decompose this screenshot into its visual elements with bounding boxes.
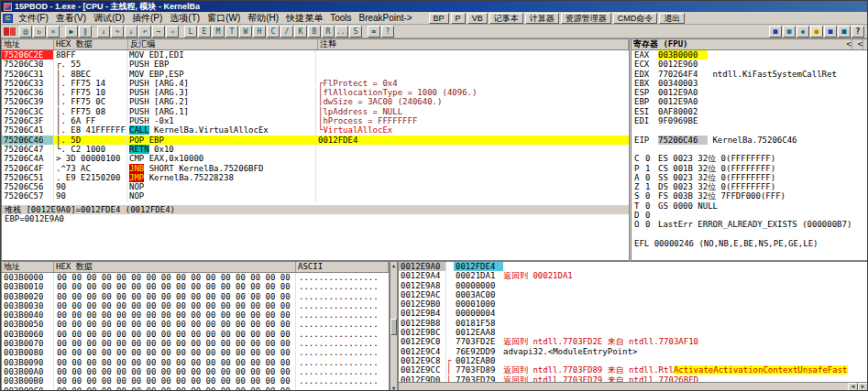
column-header-address[interactable]: 地址 [2,39,54,49]
menu-quick-button[interactable]: VB [467,13,488,24]
disasm-row[interactable]: 75206C4A> 3D 00000100CMP EAX,0x10000 [2,154,629,163]
dump-row[interactable]: 003B00C000 00 00 00 00 00 00 00 00 00 00… [2,386,389,391]
dump-header-hex[interactable]: HEX 数据 [54,262,296,272]
menu-item[interactable]: BreakPoint-> [356,12,416,24]
toolbar-button[interactable]: ? [381,26,394,38]
toolbar-button[interactable]: ▶ [65,26,78,38]
flag-row[interactable]: S0FS 003B 32位 7FFDF000(FFF) [632,191,868,201]
scroll-down-icon[interactable]: ▼ [392,385,396,391]
column-header-disasm[interactable]: 反汇编 [128,39,318,49]
stack-row[interactable]: 0012E9B000001000 [399,299,868,309]
register-row[interactable]: EDI9F0969BE [632,116,868,125]
menu-item[interactable]: 帮助(H) [244,12,282,24]
disasm-row[interactable]: 75206C30┌. 55PUSH EBP [2,60,629,69]
stack-row[interactable]: 0012E9A400021DA1返回到 00021DA1 [399,271,868,280]
disasm-row[interactable]: 75206C46│. 5DPOP EBP0012FDE4 [2,136,629,145]
toolbar-button[interactable]: H [253,26,266,38]
toolbar-button[interactable]: ✕ [47,26,60,38]
dump-row[interactable]: 003B004000 00 00 00 00 00 00 00 00 00 00… [2,310,389,320]
menu-quick-button[interactable]: P [451,13,466,24]
dump-vertical-scrollbar[interactable]: ▲ ▼ [390,261,398,391]
disasm-row[interactable]: 75206C51. E9 E2150200JMP KernelBa.752282… [2,173,629,182]
flag-row[interactable]: Z1DS 0023 32位 0(FFFFFFFF) [632,182,868,191]
toolbar-plugin-button[interactable]: ◆ [797,26,809,38]
disasm-row[interactable]: 75206C2E8BFFMOV EDI,EDI [2,50,629,60]
stack-row[interactable]: 0012E9A00012FDE4 [399,262,868,271]
menu-item[interactable]: Tools [326,12,355,24]
disasm-row[interactable]: 75206C39│. FF75 0CPUSH [ARG.2]│dwSize = … [2,97,629,106]
register-row[interactable]: EIP75206C46 KernelBa.75206C46 [632,136,868,145]
toolbar-button[interactable]: ↓ [125,26,137,38]
toolbar-button[interactable]: ▤ [19,26,32,38]
register-row[interactable]: ESP0012E9A0 [632,88,868,97]
dump-row[interactable]: 003B000000 00 00 00 00 00 00 00 00 00 00… [2,273,389,282]
register-row[interactable]: ESI0AF80002 [632,107,868,116]
toolbar-button[interactable]: ∥ [79,26,92,38]
toolbar-button[interactable]: ↓ [97,26,110,38]
disasm-row[interactable]: 75206C3F│. 6A FFPUSH -0x1│hProcess = FFF… [2,116,629,125]
toolbar-button[interactable]: ↷ [111,26,124,38]
toolbar-plugin-button[interactable]: ■ [838,26,851,38]
menu-quick-button[interactable]: 记事本 [489,13,523,24]
toolbar-button[interactable]: W [239,26,252,38]
flag-row[interactable]: C0ES 0023 32位 0(FFFFFFFF) [632,154,868,163]
stack-row[interactable]: 0012E9C476E92DD9advapi32.<ModuleEntryPoi… [399,347,868,356]
toolbar-button[interactable]: E [198,26,211,38]
toolbar-button[interactable]: ... [335,26,348,38]
toolbar-button[interactable]: / [280,26,293,38]
toolbar-button[interactable]: S [349,26,362,38]
flag-row[interactable]: P1CS 001B 32位 0(FFFFFFFF) [632,164,868,173]
menu-item[interactable]: 快捷菜单 [282,12,326,24]
flag-row[interactable]: A0SS 0023 32位 0(FFFFFFFF) [632,173,868,182]
toolbar-plugin-button[interactable]: ● [810,26,823,38]
disasm-row[interactable]: 75206C33│. FF75 14PUSH [ARG.4]┌FlProtect… [2,79,629,88]
menu-item[interactable]: 查看(V) [52,12,90,24]
stack-row[interactable]: 0012E9C07703FD2E返回到 ntdll.7703FD2E 来自 nt… [399,337,868,346]
menu-quick-button[interactable]: 资源管理器 [561,13,611,24]
dump-row[interactable]: 003B007000 00 00 00 00 00 00 00 00 00 00… [2,339,389,348]
dump-row[interactable]: 003B00B000 00 00 00 00 00 00 00 00 00 00… [2,376,389,386]
scroll-thumb[interactable] [390,319,397,335]
stack-row[interactable]: 0012E9AC0003AC00 [399,290,868,299]
toolbar-button[interactable]: ↻ [33,26,46,38]
scroll-left-icon[interactable]: ◄ [848,383,858,391]
collapse-left-icon[interactable]: < [844,39,852,49]
toolbar-button[interactable]: M [212,26,225,38]
toolbar-button[interactable]: C [267,26,280,38]
menu-item[interactable]: 调试(D) [90,12,128,24]
disasm-row[interactable]: 75206C3C│. FF75 08PUSH [ARG.1]│lpAddress… [2,107,629,116]
toolbar-button[interactable]: ↶ [138,26,151,38]
toolbar-button[interactable]: K [294,26,307,38]
toolbar-button[interactable]: → [152,26,165,38]
flag-row[interactable]: D0 [632,211,868,220]
toolbar-button[interactable]: B [308,26,321,38]
register-row[interactable]: ECX0012E960 [632,60,868,69]
scroll-right-icon[interactable]: ► [858,383,868,391]
stack-row[interactable]: 0012E9C8┌0012EAB0 [399,356,868,365]
disasm-row[interactable]: 75206C5790NOP [2,191,629,201]
menu-item[interactable]: 文件(F) [15,12,52,24]
dump-row[interactable]: 003B008000 00 00 00 00 00 00 00 00 00 00… [2,348,389,357]
disasm-row[interactable]: 75206C41│. E8 41FFFFFFCALL KernelBa.Virt… [2,125,629,135]
disasm-row[interactable]: 75206C5690NOP [2,182,629,191]
dump-header-ascii[interactable]: ASCII [296,262,389,272]
stack-row[interactable]: 0012E9B400000004 [399,309,868,318]
menu-item[interactable]: 窗口(W) [203,12,244,24]
column-header-comment[interactable]: 注释 [318,39,629,49]
menu-quick-button[interactable]: CMD命令 [613,13,658,24]
register-row[interactable]: EDX770264F4 ntdll.KiFastSystemCallRet [632,70,868,79]
dump-row[interactable]: 003B002000 00 00 00 00 00 00 00 00 00 00… [2,292,389,301]
toolbar-button[interactable]: R [322,26,335,38]
dump-row[interactable]: 003B009000 00 00 00 00 00 00 00 00 00 00… [2,358,389,367]
dump-header-address[interactable]: 地址 [2,262,54,272]
menu-quick-button[interactable]: 退出 [659,13,685,24]
toolbar-plugin-button[interactable]: ■ [783,26,796,38]
disasm-row[interactable]: 75206C31│. 8BECMOV EBP,ESP [2,70,629,79]
menu-item[interactable]: 插件(P) [128,12,166,24]
disasm-row[interactable]: 75206C36│. FF75 10PUSH [ARG.3]│flAllocat… [2,88,629,97]
cpu-window-icon[interactable]: C [3,14,13,23]
scroll-up-icon[interactable]: ▲ [392,262,396,268]
dump-row[interactable]: 003B006000 00 00 00 00 00 00 00 00 00 00… [2,330,389,339]
dump-row[interactable]: 003B00A000 00 00 00 00 00 00 00 00 00 00… [2,367,389,376]
efl-row[interactable]: EFL 00000246 (NO,NB,E,BE,NS,PE,GE,LE) [632,239,868,248]
